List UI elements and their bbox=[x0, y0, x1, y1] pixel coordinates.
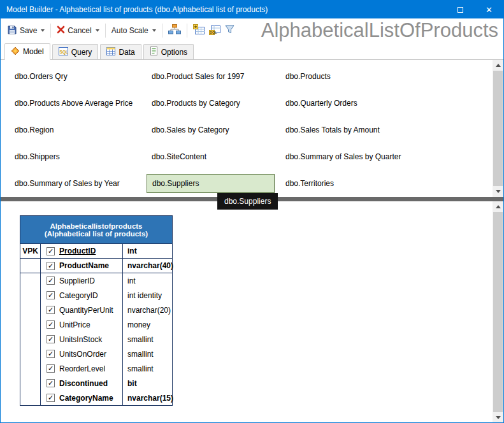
table-item[interactable]: dbo.Sales by Category bbox=[152, 117, 285, 143]
field-row[interactable]: ✓ CategoryName bbox=[41, 391, 123, 405]
field-row[interactable]: ✓ CategoryID bbox=[41, 288, 123, 303]
field-type: nvarchar(20) bbox=[123, 303, 172, 317]
field-type: smallint bbox=[123, 347, 172, 361]
check-icon: ✓ bbox=[48, 262, 54, 269]
table-item[interactable]: dbo.Product Sales for 1997 bbox=[152, 63, 285, 90]
field-checkbox[interactable]: ✓ bbox=[47, 350, 55, 358]
filter-icon bbox=[225, 25, 234, 36]
field-checkbox[interactable]: ✓ bbox=[47, 364, 55, 373]
scroll-up-icon[interactable] bbox=[493, 60, 503, 71]
scale-dropdown[interactable]: Auto Scale bbox=[110, 24, 158, 37]
field-row[interactable]: ✓ UnitPrice bbox=[41, 317, 123, 332]
field-row[interactable]: ✓ Discontinued bbox=[41, 376, 123, 391]
maximize-button[interactable] bbox=[446, 1, 475, 18]
lower-scrollbar[interactable] bbox=[493, 201, 503, 423]
vpk-cell: VPK bbox=[20, 244, 41, 259]
model-tab-icon bbox=[11, 47, 20, 57]
field-type: nvarchar(40) bbox=[123, 259, 172, 273]
table-item[interactable]: dbo.Shippers bbox=[15, 143, 152, 170]
upper-scrollbar[interactable] bbox=[493, 60, 503, 197]
scrollbar-thumb[interactable] bbox=[493, 71, 503, 186]
check-icon: ✓ bbox=[48, 350, 54, 357]
entity-title: Alphabeticallistofproducts (Alphabetical… bbox=[20, 215, 173, 243]
field-row[interactable]: ✓ SupplierID bbox=[41, 273, 123, 288]
field-checkbox[interactable]: ✓ bbox=[47, 247, 55, 255]
chevron-down-icon[interactable] bbox=[96, 29, 99, 32]
table-item[interactable]: dbo.Quarterly Orders bbox=[285, 90, 493, 117]
close-button[interactable]: ✕ bbox=[475, 1, 503, 18]
field-type: nvarchar(15) bbox=[123, 391, 172, 405]
tab-label: Data bbox=[119, 48, 134, 57]
scroll-down-icon[interactable] bbox=[493, 412, 503, 423]
field-checkbox[interactable]: ✓ bbox=[47, 262, 55, 270]
cancel-button[interactable]: Cancel bbox=[55, 24, 101, 38]
field-checkbox[interactable]: ✓ bbox=[47, 394, 55, 402]
table-item[interactable]: dbo.Territories bbox=[285, 170, 493, 197]
field-checkbox[interactable]: ✓ bbox=[47, 306, 55, 314]
check-icon: ✓ bbox=[48, 291, 54, 299]
chevron-down-icon[interactable] bbox=[152, 29, 156, 32]
field-row[interactable]: ✓ ProductID bbox=[41, 244, 123, 259]
add-sql-query-button[interactable]: SQL bbox=[207, 23, 223, 39]
check-icon: ✓ bbox=[48, 379, 54, 387]
vpk-cell bbox=[20, 332, 41, 347]
table-item[interactable]: dbo.Products Above Average Price bbox=[15, 90, 152, 117]
scroll-up-icon[interactable] bbox=[493, 201, 503, 212]
scroll-down-icon[interactable] bbox=[493, 186, 503, 197]
vpk-cell bbox=[20, 361, 41, 376]
table-item[interactable]: dbo.Summary of Sales by Year bbox=[15, 170, 152, 197]
field-row[interactable]: ✓ UnitsOnOrder bbox=[41, 347, 123, 361]
field-name: Discontinued bbox=[59, 379, 108, 388]
tab-options[interactable]: Options bbox=[143, 44, 194, 59]
table-item[interactable]: dbo.Summary of Sales by Quarter bbox=[285, 143, 493, 170]
field-row[interactable]: ✓ QuantityPerUnit bbox=[41, 303, 123, 317]
table-item[interactable]: dbo.Sales Totals by Amount bbox=[285, 117, 493, 143]
check-icon: ✓ bbox=[48, 394, 54, 401]
maximize-icon bbox=[457, 7, 463, 13]
field-grid: VPK ✓ ProductID int ✓ ProductName nvarch… bbox=[20, 243, 173, 406]
field-checkbox[interactable]: ✓ bbox=[47, 276, 55, 285]
field-name: CategoryName bbox=[59, 394, 113, 403]
table-item-label: dbo.Suppliers bbox=[152, 179, 199, 188]
table-item[interactable]: dbo.Products by Category bbox=[152, 90, 285, 117]
model-panel: Alphabeticallistofproducts (Alphabetical… bbox=[1, 201, 503, 423]
tab-label: Model bbox=[23, 47, 44, 56]
field-name: UnitsInStock bbox=[59, 335, 102, 344]
field-row[interactable]: ✓ ProductName bbox=[41, 259, 123, 273]
sql-icon: SQL bbox=[59, 47, 68, 57]
tab-label: Query bbox=[71, 48, 92, 57]
field-row[interactable]: ✓ ReorderLevel bbox=[41, 361, 123, 376]
field-checkbox[interactable]: ✓ bbox=[47, 291, 55, 299]
table-item[interactable]: dbo.SiteContent bbox=[152, 143, 285, 170]
table-item[interactable]: dbo.Orders Qry bbox=[15, 63, 152, 90]
cancel-label: Cancel bbox=[68, 26, 91, 35]
field-name: ProductName bbox=[59, 261, 109, 270]
field-checkbox[interactable]: ✓ bbox=[47, 379, 55, 387]
vpk-cell bbox=[20, 303, 41, 317]
field-name: ProductID bbox=[59, 247, 96, 255]
tab-data[interactable]: Data bbox=[100, 44, 141, 59]
table-item-selected[interactable]: dbo.Suppliers bbox=[147, 174, 275, 193]
field-type: smallint bbox=[123, 332, 172, 347]
scrollbar-thumb[interactable] bbox=[493, 212, 503, 412]
titlebar: Model Builder - Alphabetical list of pro… bbox=[1, 1, 503, 18]
add-table-icon bbox=[193, 24, 205, 38]
field-checkbox[interactable]: ✓ bbox=[47, 320, 55, 329]
add-table-button[interactable] bbox=[191, 23, 207, 39]
close-icon: ✕ bbox=[486, 6, 493, 14]
filter-button[interactable] bbox=[223, 24, 236, 38]
save-button[interactable]: Save bbox=[5, 23, 47, 39]
chevron-down-icon[interactable] bbox=[41, 29, 45, 32]
relationships-button[interactable] bbox=[166, 23, 183, 38]
field-checkbox[interactable]: ✓ bbox=[47, 335, 55, 343]
tab-model[interactable]: Model bbox=[4, 43, 50, 60]
window-title: Model Builder - Alphabetical list of pro… bbox=[6, 5, 446, 14]
field-name: SupplierID bbox=[59, 276, 95, 285]
field-row[interactable]: ✓ UnitsInStock bbox=[41, 332, 123, 347]
entity-heading: AlphabeticalListOfProducts bbox=[261, 18, 498, 43]
tab-query[interactable]: SQL Query bbox=[52, 44, 99, 59]
field-type: money bbox=[123, 317, 172, 332]
table-item[interactable]: dbo.Products bbox=[285, 63, 493, 90]
table-item[interactable]: dbo.Region bbox=[15, 117, 152, 143]
check-icon: ✓ bbox=[48, 320, 54, 328]
